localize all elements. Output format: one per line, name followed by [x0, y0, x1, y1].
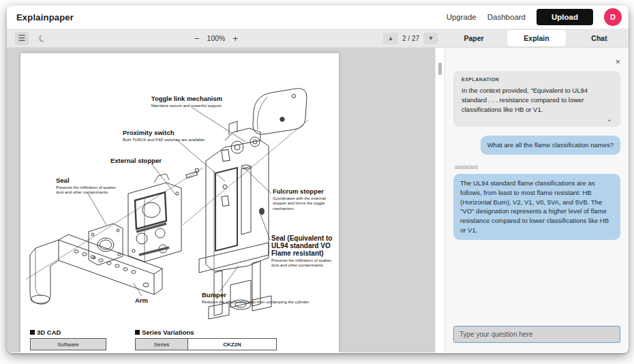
section-heading: 3D CAD [37, 329, 61, 336]
diagram-label: Arm [135, 297, 176, 305]
dashboard-link[interactable]: Dashboard [487, 13, 526, 21]
section-heading: Series Variations [142, 329, 194, 336]
diagram-label: Seal Prevents the infiltration of spatte… [56, 177, 124, 196]
diagram-label: Toggle link mechanism Maintains secure a… [127, 95, 247, 108]
zoom-out-button[interactable]: − [192, 33, 202, 44]
pdf-page: Toggle link mechanism Maintains secure a… [20, 53, 339, 352]
viewer-scrollbar-thumb[interactable] [438, 63, 442, 75]
explanation-label: EXPLANATION [462, 77, 612, 82]
diagram-label: Bumper Reduces the effects of impact fro… [202, 292, 335, 305]
top-header: Explainpaper Upgrade Dashboard Upload D [7, 5, 629, 29]
zoom-in-button[interactable]: + [230, 33, 240, 44]
dark-mode-icon[interactable]: ☾ [34, 30, 51, 46]
table-cell: Series [135, 338, 188, 350]
upgrade-link[interactable]: Upgrade [447, 13, 477, 21]
brand-logo[interactable]: Explainpaper [16, 12, 74, 22]
user-question-bubble: What are all the flame classification na… [481, 136, 620, 155]
diagram-label: Seal (Equivalent to UL94 standard VO Fla… [271, 234, 334, 269]
viewer-scrollbar[interactable] [435, 48, 444, 352]
tab-paper[interactable]: Paper [444, 29, 503, 48]
page-down-icon[interactable]: ▼ [423, 33, 438, 44]
diagram-label: Proximity switch Both TURCK and P&F swit… [123, 130, 245, 142]
close-icon[interactable]: × [615, 57, 620, 66]
page-indicator: 2 / 27 [402, 35, 419, 42]
question-input[interactable] [453, 326, 620, 343]
assistant-label: assistant [455, 164, 620, 170]
tab-explain[interactable]: Explain [507, 30, 566, 46]
diagram-label: External stopper [110, 157, 185, 165]
section-bullet-icon [30, 330, 35, 335]
app-window: Explainpaper Upgrade Dashboard Upload D … [7, 5, 629, 353]
page-up-icon[interactable]: ▲ [383, 33, 398, 44]
table-cell: CKZ2N [188, 338, 277, 350]
panel-tabs: Paper Explain Chat [444, 29, 629, 48]
diagram-label: Fulcrum stopper Coordinates with the ext… [273, 188, 331, 211]
avatar[interactable]: D [604, 8, 622, 26]
upload-button[interactable]: Upload [537, 9, 593, 25]
tab-chat[interactable]: Chat [570, 29, 629, 48]
toolbar: ☰ ☾ − 100% + ▲ 2 / 27 ▼ Paper Explain Ch… [7, 29, 629, 48]
section-bullet-icon [135, 330, 140, 335]
assistant-message-bubble: The UL94 standard flame classifications … [453, 174, 620, 240]
explain-panel: × EXPLANATION In the context provided, "… [444, 48, 629, 352]
zoom-level: 100% [207, 34, 226, 42]
table-cell: Software [30, 338, 106, 350]
pdf-viewer[interactable]: Toggle link mechanism Maintains secure a… [7, 48, 435, 352]
outline-toc-icon[interactable]: ☰ [15, 32, 29, 45]
explanation-text: In the context provided, "Equivalent to … [462, 86, 612, 114]
chevron-down-icon[interactable]: ⌄ [462, 114, 612, 124]
explanation-card: EXPLANATION In the context provided, "Eq… [453, 71, 620, 127]
